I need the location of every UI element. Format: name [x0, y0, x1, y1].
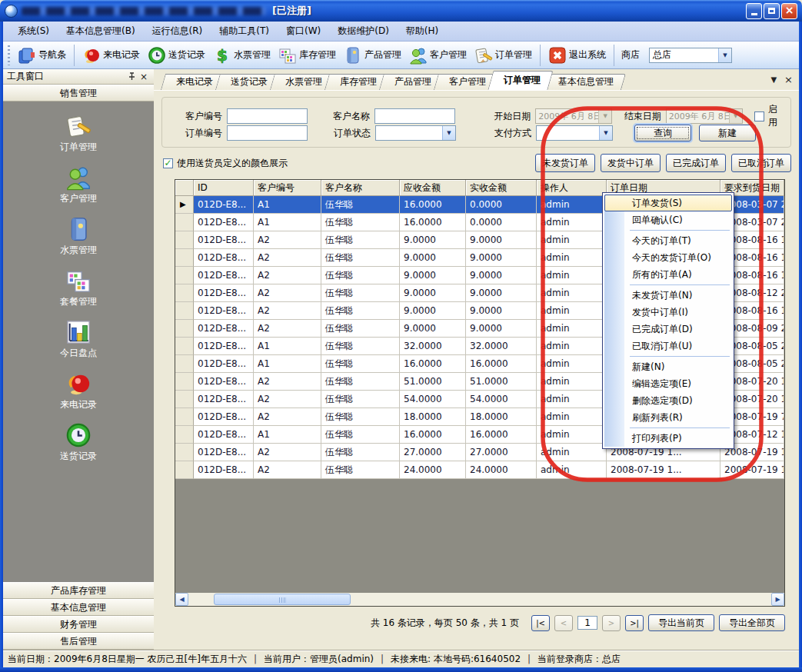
chevron-down-icon[interactable]: ▼: [442, 126, 455, 140]
toolbar-nav-button[interactable]: 导航条: [14, 45, 70, 66]
next-page-button[interactable]: >: [602, 615, 621, 631]
tab-list-dropdown-icon[interactable]: ▼: [770, 76, 777, 84]
scroll-left-icon[interactable]: ◀: [175, 593, 188, 606]
menu-item[interactable]: 运行信息(R): [144, 22, 211, 40]
row-selector[interactable]: [175, 338, 194, 355]
toolbar-water-ticket-button[interactable]: $ 水票管理: [209, 45, 275, 66]
context-menu-item[interactable]: 编辑选定项(E): [604, 375, 732, 392]
customer-name-input[interactable]: [374, 108, 455, 124]
tab-5[interactable]: 产品管理: [381, 74, 441, 90]
toolbar-order-button[interactable]: 订单管理: [471, 45, 536, 66]
courier-color-checkbox[interactable]: ✓ 使用送货员定义的颜色展示: [163, 157, 288, 170]
context-menu-item[interactable]: 今天的发货订单(O): [604, 249, 732, 266]
row-selector[interactable]: [175, 408, 194, 426]
color-checkbox-box[interactable]: ✓: [163, 158, 173, 168]
row-selector[interactable]: [175, 444, 194, 461]
toolbar-customer-button[interactable]: 客户管理: [405, 45, 471, 66]
row-selector[interactable]: [175, 267, 194, 284]
shipping-orders-button[interactable]: 发货中订单: [601, 154, 661, 172]
unshipped-orders-button[interactable]: 未发货订单: [535, 154, 595, 172]
context-menu-item[interactable]: 今天的订单(T): [604, 232, 732, 249]
menu-item[interactable]: 系统(S): [9, 22, 58, 40]
row-selector[interactable]: [175, 284, 194, 302]
row-selector[interactable]: [175, 231, 194, 249]
context-menu-item[interactable]: 新建(N): [604, 358, 732, 375]
sidebar-item-water-ticket-mgmt[interactable]: 水票管理: [60, 216, 97, 257]
close-button[interactable]: ×: [781, 3, 797, 19]
horizontal-scrollbar[interactable]: ◀ ▶: [175, 593, 784, 606]
context-menu-item[interactable]: 所有的订单(A): [604, 266, 732, 283]
tab-4[interactable]: 库存管理: [327, 74, 387, 90]
row-selector[interactable]: [175, 373, 194, 391]
row-selector[interactable]: [175, 320, 194, 338]
menu-item[interactable]: 帮助(H): [398, 22, 447, 40]
context-menu-item[interactable]: 已取消订单(U): [604, 338, 732, 354]
menu-item[interactable]: 窗口(W): [278, 22, 329, 40]
sidebar-item-package-mgmt[interactable]: 套餐管理: [60, 268, 97, 308]
payment-method-select[interactable]: ▼: [536, 125, 613, 141]
tab-7[interactable]: 订单管理: [491, 71, 551, 90]
row-selector[interactable]: ▶: [175, 196, 194, 214]
order-no-input[interactable]: [227, 125, 308, 141]
sidebar-item-customer-mgmt[interactable]: 客户管理: [60, 165, 97, 205]
menu-item[interactable]: 数据维护(D): [329, 22, 398, 40]
order-status-select[interactable]: ▼: [375, 125, 456, 141]
row-selector-header[interactable]: [175, 180, 194, 196]
prev-page-button[interactable]: <: [554, 615, 573, 631]
column-header-customer-no[interactable]: 客户编号: [254, 180, 321, 196]
column-header-receivable[interactable]: 应收金额: [400, 180, 466, 196]
toolbar-call-log-button[interactable]: 来电记录: [78, 45, 144, 66]
menu-item[interactable]: 基本信息管理(B): [58, 22, 144, 40]
context-menu-item[interactable]: 回单确认(C): [604, 211, 732, 228]
maximize-button[interactable]: [764, 3, 780, 19]
sidebar-section-finance[interactable]: 财务管理: [3, 616, 154, 633]
chevron-down-icon[interactable]: ▼: [599, 126, 612, 140]
new-button[interactable]: 新建: [699, 125, 756, 141]
row-selector[interactable]: [175, 214, 194, 231]
title-bar[interactable]: [已注册] ×: [0, 0, 802, 22]
start-date-picker[interactable]: 2009年 6月 8日 ▼: [535, 108, 612, 124]
sidebar-item-delivery-log[interactable]: 送货记录: [60, 422, 97, 463]
column-header-id[interactable]: ID: [194, 180, 254, 196]
sidebar-item-call-log[interactable]: 来电记录: [60, 371, 97, 411]
customer-no-input[interactable]: [227, 108, 308, 124]
tab-6[interactable]: 客户管理: [436, 74, 496, 90]
end-date-picker[interactable]: 2009年 6月 8日 ▼: [666, 108, 743, 124]
export-all-pages-button[interactable]: 导出全部页: [719, 614, 785, 631]
tab-8[interactable]: 基本信息管理: [545, 74, 624, 90]
cancelled-orders-button[interactable]: 已取消订单: [731, 154, 791, 172]
toolbar-grip[interactable]: [8, 45, 10, 65]
sidebar-item-order-mgmt[interactable]: 订单管理: [60, 113, 97, 154]
toolbar-delivery-log-button[interactable]: 送货记录: [144, 45, 209, 66]
row-selector[interactable]: [175, 426, 194, 444]
scroll-right-icon[interactable]: ▶: [771, 593, 784, 606]
last-page-button[interactable]: >|: [625, 615, 644, 631]
row-selector[interactable]: [175, 249, 194, 267]
tab-3[interactable]: 水票管理: [272, 74, 332, 90]
sidebar-item-daily-stocktake[interactable]: 今日盘点: [60, 319, 97, 360]
tab-close-icon[interactable]: ×: [784, 75, 793, 85]
sidebar-section-sales[interactable]: 销售管理: [3, 85, 154, 101]
page-number-input[interactable]: [577, 616, 597, 630]
query-button[interactable]: 查询: [634, 125, 691, 141]
column-header-operator[interactable]: 操作人: [537, 180, 607, 196]
first-page-button[interactable]: |<: [531, 615, 550, 631]
completed-orders-button[interactable]: 已完成订单: [666, 154, 726, 172]
row-selector[interactable]: [175, 391, 194, 408]
chevron-down-icon[interactable]: ▼: [718, 48, 731, 62]
sidebar-section-basic-info[interactable]: 基本信息管理: [3, 599, 154, 616]
pin-icon[interactable]: [125, 71, 138, 83]
context-menu-item[interactable]: 删除选定项(D): [604, 392, 732, 409]
sidebar-section-after-sales[interactable]: 售后管理: [3, 633, 154, 650]
toolbar-product-button[interactable]: 产品管理: [340, 45, 405, 66]
export-current-page-button[interactable]: 导出当前页: [648, 614, 714, 631]
shop-select[interactable]: 总店 ▼: [649, 48, 732, 63]
menu-item[interactable]: 辅助工具(T): [211, 22, 278, 40]
scrollbar-thumb[interactable]: [214, 594, 351, 605]
column-header-customer-name[interactable]: 客户名称: [321, 180, 400, 196]
tab-1[interactable]: 来电记录: [163, 74, 223, 90]
context-menu-item[interactable]: 刷新列表(R): [604, 409, 732, 426]
context-menu-item[interactable]: 订单发货(S): [604, 195, 732, 211]
context-menu-item[interactable]: 打印列表(P): [604, 430, 732, 447]
context-menu-item[interactable]: 已完成订单(D): [604, 321, 732, 338]
